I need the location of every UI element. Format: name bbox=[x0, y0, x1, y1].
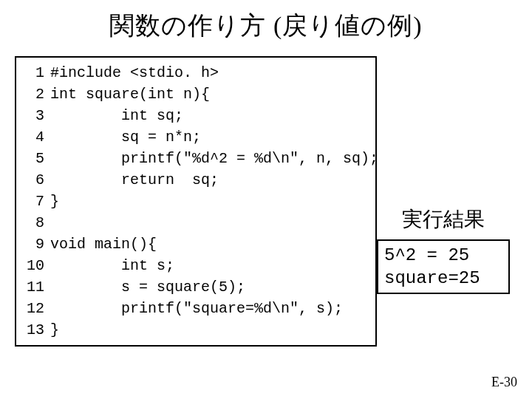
line-number: 9 bbox=[22, 233, 44, 255]
code-text: printf("square=%d\n", s); bbox=[44, 298, 343, 319]
code-line: 4 sq = n*n; bbox=[22, 126, 369, 148]
code-text: return sq; bbox=[44, 169, 219, 191]
code-line: 8 bbox=[22, 212, 369, 233]
slide-title: 関数の作り方 (戻り値の例) bbox=[15, 9, 517, 43]
result-output: 5^2 = 25 square=25 bbox=[377, 239, 510, 294]
code-text: } bbox=[44, 191, 59, 212]
code-line: 2int square(int n){ bbox=[22, 83, 369, 105]
line-number: 7 bbox=[22, 191, 44, 212]
code-text: int square(int n){ bbox=[44, 83, 210, 105]
code-text: int s; bbox=[44, 255, 174, 276]
code-line: 11 s = square(5); bbox=[22, 276, 369, 298]
code-text: printf("%d^2 = %d\n", n, sq); bbox=[44, 148, 378, 169]
line-number: 2 bbox=[22, 83, 44, 105]
result-area: 実行結果 5^2 = 25 square=25 bbox=[377, 205, 510, 294]
code-line: 13} bbox=[22, 319, 369, 341]
code-line: 9void main(){ bbox=[22, 233, 369, 255]
code-text: #include <stdio. h> bbox=[44, 62, 219, 83]
line-number: 6 bbox=[22, 169, 44, 191]
code-line: 1#include <stdio. h> bbox=[22, 62, 369, 83]
code-text: sq = n*n; bbox=[44, 126, 201, 148]
result-label: 実行結果 bbox=[377, 205, 510, 233]
code-text bbox=[44, 212, 50, 233]
line-number: 10 bbox=[22, 255, 44, 276]
code-text: } bbox=[44, 319, 59, 341]
code-line: 7} bbox=[22, 191, 369, 212]
line-number: 4 bbox=[22, 126, 44, 148]
line-number: 12 bbox=[22, 298, 44, 319]
line-number: 8 bbox=[22, 212, 44, 233]
code-listing-box: 1#include <stdio. h>2int square(int n){3… bbox=[15, 56, 377, 347]
code-line: 5 printf("%d^2 = %d\n", n, sq); bbox=[22, 148, 369, 169]
slide-number: E-30 bbox=[491, 375, 517, 390]
line-number: 13 bbox=[22, 319, 44, 341]
code-line: 12 printf("square=%d\n", s); bbox=[22, 298, 369, 319]
code-text: void main(){ bbox=[44, 233, 157, 255]
line-number: 3 bbox=[22, 105, 44, 126]
code-text: s = square(5); bbox=[44, 276, 245, 298]
line-number: 11 bbox=[22, 276, 44, 298]
code-text: int sq; bbox=[44, 105, 183, 126]
line-number: 5 bbox=[22, 148, 44, 169]
code-line: 10 int s; bbox=[22, 255, 369, 276]
line-number: 1 bbox=[22, 62, 44, 83]
code-line: 6 return sq; bbox=[22, 169, 369, 191]
code-line: 3 int sq; bbox=[22, 105, 369, 126]
